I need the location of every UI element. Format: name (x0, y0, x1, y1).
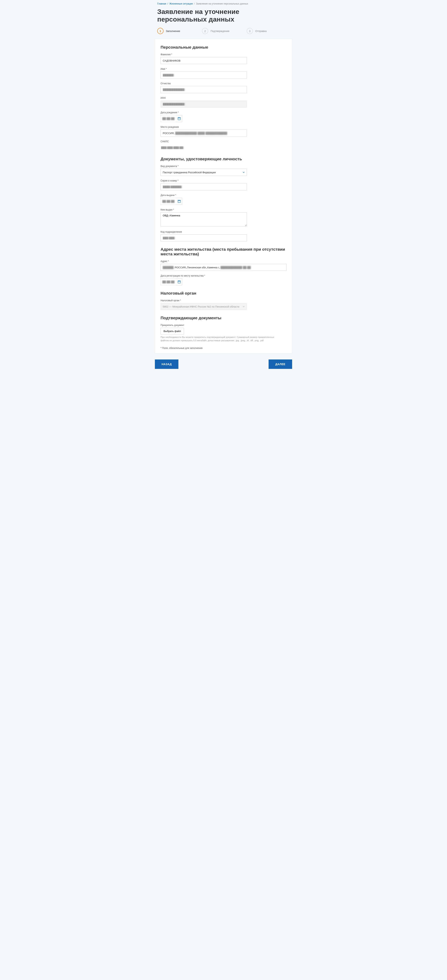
name-label: Имя * (161, 68, 286, 70)
breadcrumb-current: Заявление на уточнение персональных данн… (196, 2, 248, 5)
form-card: Персональные данные Фамилия * Имя * Отче… (155, 39, 292, 353)
required-note: * Поля, обязательные для заполнения (161, 347, 286, 350)
form-actions: НАЗАД ДАЛЕЕ (155, 360, 292, 369)
surname-input[interactable] (161, 57, 247, 64)
breadcrumb-home[interactable]: Главная (157, 2, 166, 5)
attach-help-text: При необходимости Вы можете прикрепить п… (161, 336, 278, 342)
breadcrumb-situations[interactable]: Жизненные ситуации (169, 2, 193, 5)
tax-authority-value (161, 303, 247, 310)
division-code-input[interactable] (161, 234, 247, 242)
birth-place-rest: ████████████ ████ ████████████ (175, 132, 227, 135)
section-identity-title: Документы, удостоверяющие личность (161, 157, 286, 161)
progress-steps: 1 Заполнение 2 Подтверждение 3 Отправка (153, 28, 294, 39)
step-1-label: Заполнение (166, 30, 180, 33)
step-3-circle: 3 (247, 28, 253, 34)
address-label: Адрес * (161, 260, 286, 262)
tax-authority-label: Налоговый орган * (161, 299, 286, 302)
birth-place-label: Место рождения (161, 126, 286, 128)
address-input[interactable]: ██████, РОССИЯ,,Пензенская обл,,Каменка … (161, 264, 286, 271)
name-input[interactable] (161, 72, 247, 79)
step-1-circle: 1 (157, 28, 164, 34)
patronymic-input[interactable] (161, 86, 247, 93)
section-docs-title: Подтверждающие документы (161, 315, 286, 320)
division-code-label: Код подразделения (161, 231, 286, 233)
issued-by-label: Кем выдан * (161, 208, 286, 211)
back-button[interactable]: НАЗАД (155, 360, 178, 369)
issue-date-wrap (161, 198, 182, 205)
file-select-button[interactable]: Выбрать файл (161, 328, 184, 334)
attach-label: Прикрепить документ (161, 324, 286, 326)
svg-rect-2 (178, 281, 180, 283)
page-title: Заявление на уточнение персональных данн… (153, 8, 294, 28)
address-suffix-blur: ████████████ ██,██ (221, 266, 251, 269)
doc-type-value[interactable] (161, 169, 247, 176)
series-num-label: Серия и номер * (161, 179, 286, 182)
step-2-label: Подтверждение (210, 30, 229, 33)
breadcrumb: Главная / Жизненные ситуации / Заявление… (153, 2, 294, 8)
calendar-icon[interactable] (176, 115, 182, 122)
section-tax-title: Налоговый орган (161, 291, 286, 296)
section-personal-title: Персональные данные (161, 45, 286, 49)
step-1: 1 Заполнение (157, 28, 200, 34)
reg-date-input[interactable] (161, 278, 176, 285)
step-2-circle: 2 (202, 28, 208, 34)
birth-date-wrap (161, 115, 182, 122)
svg-rect-0 (178, 118, 180, 120)
series-num-input[interactable] (161, 183, 247, 190)
svg-rect-1 (178, 200, 180, 203)
reg-date-wrap (161, 278, 182, 285)
doc-type-select[interactable] (161, 169, 247, 176)
section-address-title: Адрес места жительства (места пребывания… (161, 247, 286, 256)
birth-date-input[interactable] (161, 115, 176, 122)
birth-place-input[interactable]: РОССИЯ, ████████████ ████ ████████████ (161, 130, 247, 137)
next-button[interactable]: ДАЛЕЕ (269, 360, 292, 369)
step-2: 2 Подтверждение (202, 28, 245, 34)
inn-label: ИНН (161, 97, 286, 99)
calendar-icon[interactable] (176, 198, 182, 205)
reg-date-label: Дата регистрации по месту жительства * (161, 274, 286, 277)
snils-label: СНИЛС (161, 140, 286, 143)
address-clear: РОССИЯ,,Пензенская обл,,Каменка г,, (175, 266, 220, 269)
inn-input (161, 100, 247, 108)
surname-label: Фамилия * (161, 53, 286, 56)
address-prefix-blur: ██████, (163, 266, 174, 269)
issued-by-textarea[interactable] (161, 212, 247, 226)
step-3-label: Отправка (255, 30, 267, 33)
birth-date-label: Дата рождения * (161, 111, 286, 114)
issue-date-label: Дата выдачи * (161, 194, 286, 197)
tax-authority-select (161, 303, 247, 310)
calendar-icon[interactable] (176, 278, 182, 285)
issue-date-input[interactable] (161, 198, 176, 205)
patronymic-label: Отчество (161, 82, 286, 85)
doc-type-label: Вид документа * (161, 165, 286, 167)
step-3: 3 Отправка (247, 28, 290, 34)
birth-place-prefix: РОССИЯ, (163, 132, 175, 135)
snils-input (161, 144, 247, 151)
